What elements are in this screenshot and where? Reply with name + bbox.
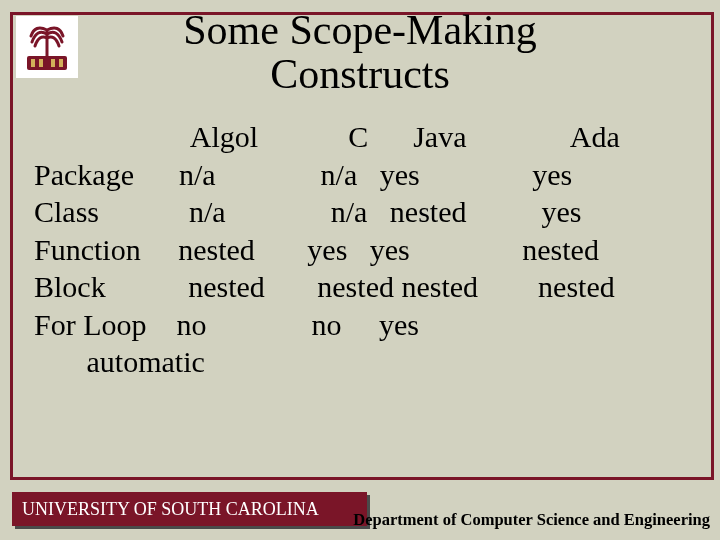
footer-university-text: UNIVERSITY OF SOUTH CAROLINA: [22, 499, 319, 520]
slide-title: Some Scope-Making Constructs: [0, 8, 720, 96]
footer-university: UNIVERSITY OF SOUTH CAROLINA: [12, 492, 367, 526]
title-line1: Some Scope-Making Constructs: [183, 7, 536, 97]
footer-department: Department of Computer Science and Engin…: [353, 510, 710, 530]
slide-content: Algol C Java Ada Package n/a n/a yes yes…: [34, 118, 700, 381]
